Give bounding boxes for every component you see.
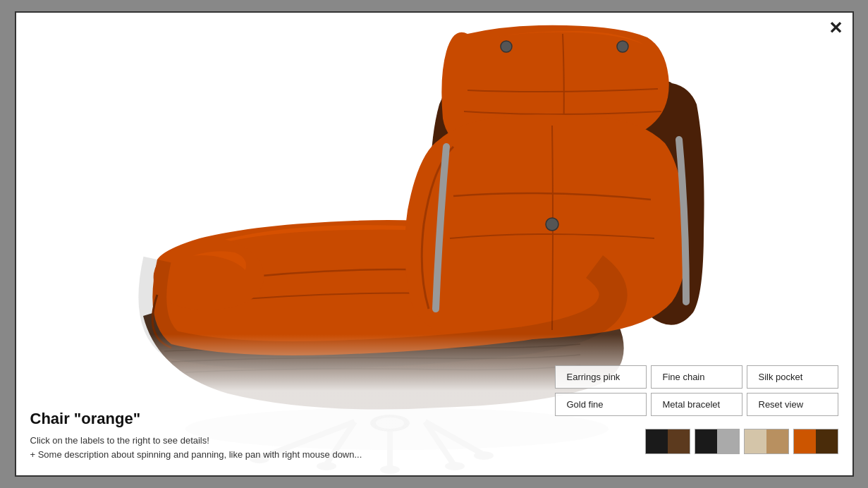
swatch-orange-brown[interactable]	[793, 429, 838, 454]
title-description: Chair "orange" Click on the labels to th…	[30, 410, 555, 461]
chair-description-line1: Click on the labels to the right to see …	[30, 434, 555, 448]
swatch-half-gray	[717, 429, 739, 453]
chair-description-line2: + Some description about spinning and pa…	[30, 448, 555, 462]
swatch-half-black-2	[695, 429, 717, 453]
svg-point-16	[546, 218, 558, 231]
modal-container: ✕	[15, 11, 854, 477]
action-buttons-area: Earrings pink Fine chain Silk pocket Gol…	[555, 365, 838, 416]
swatch-beige-tan[interactable]	[744, 429, 789, 454]
swatch-half-black-1	[646, 429, 668, 453]
gold-fine-button[interactable]: Gold fine	[555, 393, 647, 416]
swatch-half-beige	[745, 429, 766, 453]
chair-title: Chair "orange"	[30, 410, 555, 428]
reset-view-button[interactable]: Reset view	[747, 393, 838, 416]
swatch-half-dark-brown	[816, 429, 838, 453]
swatch-half-brown-1	[668, 429, 690, 453]
color-swatches-area	[645, 429, 838, 454]
buttons-row-2: Gold fine Metal bracelet Reset view	[555, 393, 838, 416]
swatch-black-brown[interactable]	[645, 429, 690, 454]
swatch-black-gray[interactable]	[695, 429, 740, 454]
swatch-half-tan	[766, 429, 788, 453]
svg-point-14	[501, 41, 512, 52]
earrings-pink-button[interactable]: Earrings pink	[555, 365, 647, 389]
metal-bracelet-button[interactable]: Metal bracelet	[651, 393, 742, 416]
svg-point-15	[617, 41, 628, 52]
buttons-row-1: Earrings pink Fine chain Silk pocket	[555, 365, 838, 389]
bottom-overlay: Chair "orange" Click on the labels to th…	[16, 334, 852, 475]
close-button[interactable]: ✕	[829, 20, 843, 37]
fine-chain-button[interactable]: Fine chain	[651, 365, 742, 389]
silk-pocket-button[interactable]: Silk pocket	[747, 365, 838, 389]
swatch-half-orange	[794, 429, 816, 453]
